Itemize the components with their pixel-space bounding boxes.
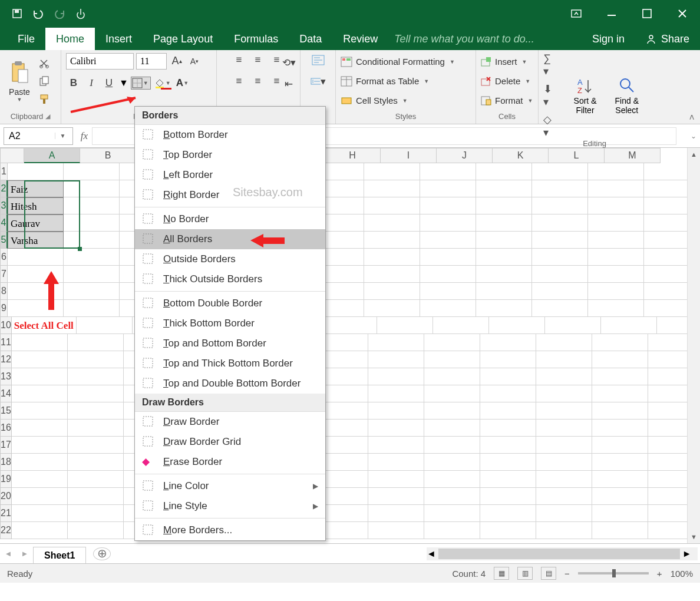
border-option[interactable]: Bottom Double Border: [135, 293, 325, 313]
row-header[interactable]: 18: [0, 454, 12, 471]
cell[interactable]: [424, 437, 480, 454]
row-header[interactable]: 1: [0, 163, 8, 180]
row-header[interactable]: 10: [0, 317, 12, 334]
cell[interactable]: [536, 368, 592, 385]
cell[interactable]: [368, 420, 424, 437]
cell[interactable]: [532, 300, 588, 317]
cell[interactable]: [8, 283, 64, 300]
cell[interactable]: [12, 471, 68, 488]
borders-button[interactable]: ▼: [131, 77, 151, 90]
border-option[interactable]: Top and Thick Bottom Border: [135, 354, 325, 374]
cell[interactable]: [68, 471, 124, 488]
delete-cells-button[interactable]: Delete▼: [481, 72, 533, 90]
close-icon[interactable]: [665, 0, 700, 27]
cell[interactable]: [480, 454, 536, 471]
row-header[interactable]: 15: [0, 402, 12, 420]
italic-button[interactable]: I: [84, 75, 99, 91]
border-option[interactable]: Top Border: [135, 145, 325, 165]
cell[interactable]: [364, 266, 420, 283]
cell[interactable]: [592, 522, 648, 539]
touchmode-icon[interactable]: [71, 4, 91, 24]
col-header-J[interactable]: J: [437, 148, 493, 163]
insert-cells-button[interactable]: Insert▼: [481, 53, 533, 70]
scroll-right-icon[interactable]: ►: [682, 549, 692, 559]
tab-home[interactable]: Home: [45, 28, 95, 50]
vertical-scrollbar[interactable]: ▲ ▼: [687, 148, 700, 543]
border-option[interactable]: Draw Border: [135, 412, 325, 432]
cell[interactable]: [364, 180, 420, 197]
cell[interactable]: [592, 488, 648, 505]
row-header[interactable]: 6: [0, 249, 8, 266]
cell[interactable]: [8, 163, 64, 180]
cell[interactable]: [592, 334, 648, 351]
cell[interactable]: [536, 437, 592, 454]
cell[interactable]: [592, 505, 648, 522]
border-option[interactable]: Thick Bottom Border: [135, 313, 325, 333]
scroll-down-icon[interactable]: ▼: [688, 530, 700, 543]
cell[interactable]: [532, 180, 588, 197]
cell[interactable]: [321, 317, 377, 334]
cell[interactable]: Select All Cell: [12, 317, 77, 334]
tab-review[interactable]: Review: [332, 28, 388, 50]
zoom-slider[interactable]: [578, 572, 649, 574]
cell[interactable]: [364, 249, 420, 266]
zoom-in-icon[interactable]: +: [657, 569, 662, 579]
cell[interactable]: [424, 385, 480, 402]
align-top-icon[interactable]: ≡: [232, 52, 247, 68]
cell[interactable]: [77, 317, 133, 334]
cell[interactable]: [368, 488, 424, 505]
cell[interactable]: [64, 197, 120, 214]
sheet-nav-next[interactable]: ►: [16, 549, 33, 558]
cell[interactable]: [424, 471, 480, 488]
cell[interactable]: [424, 505, 480, 522]
border-option[interactable]: Draw Border Grid: [135, 432, 325, 452]
cell[interactable]: [12, 454, 68, 471]
row-header[interactable]: 7: [0, 266, 8, 283]
cell[interactable]: [424, 454, 480, 471]
cell[interactable]: [592, 454, 648, 471]
cell[interactable]: [480, 402, 536, 420]
cell[interactable]: [420, 214, 476, 232]
cell[interactable]: [68, 505, 124, 522]
minimize-icon[interactable]: [594, 0, 629, 27]
cell[interactable]: [476, 197, 532, 214]
cell[interactable]: [476, 163, 532, 180]
cell[interactable]: [8, 300, 64, 317]
row-header[interactable]: 9: [0, 300, 8, 317]
cell[interactable]: [588, 232, 644, 249]
scroll-thumb[interactable]: [438, 549, 680, 559]
row-header[interactable]: 13: [0, 368, 12, 385]
horizontal-scrollbar[interactable]: ◄ ►: [427, 547, 698, 560]
cell[interactable]: [420, 163, 476, 180]
bold-button[interactable]: B: [66, 75, 81, 91]
cell[interactable]: [64, 163, 120, 180]
cell[interactable]: [68, 385, 124, 402]
paste-button[interactable]: Paste ▼: [5, 60, 34, 103]
cell[interactable]: [64, 266, 120, 283]
cell[interactable]: [536, 522, 592, 539]
cell[interactable]: [68, 488, 124, 505]
tab-data[interactable]: Data: [289, 28, 332, 50]
fill-down-icon[interactable]: ⬇ ▾: [543, 82, 556, 108]
save-icon[interactable]: [7, 4, 27, 24]
cell[interactable]: [68, 437, 124, 454]
undo-icon[interactable]: [28, 4, 48, 24]
cell[interactable]: [532, 214, 588, 232]
ribbon-options-icon[interactable]: [559, 0, 594, 27]
cell[interactable]: [64, 249, 120, 266]
align-middle-icon[interactable]: ≡: [250, 52, 266, 68]
cell[interactable]: [68, 522, 124, 539]
col-header-H[interactable]: H: [325, 148, 381, 163]
copy-icon[interactable]: [37, 74, 52, 89]
cell[interactable]: [536, 334, 592, 351]
row-header[interactable]: 16: [0, 420, 12, 437]
cell[interactable]: [476, 283, 532, 300]
fill-handle[interactable]: [78, 247, 82, 251]
cell[interactable]: [588, 300, 644, 317]
cell[interactable]: [420, 249, 476, 266]
col-header-L[interactable]: L: [549, 148, 605, 163]
row-header[interactable]: 17: [0, 437, 12, 454]
tab-file[interactable]: File: [7, 28, 45, 50]
zoom-out-icon[interactable]: −: [564, 569, 570, 579]
cell[interactable]: [592, 368, 648, 385]
